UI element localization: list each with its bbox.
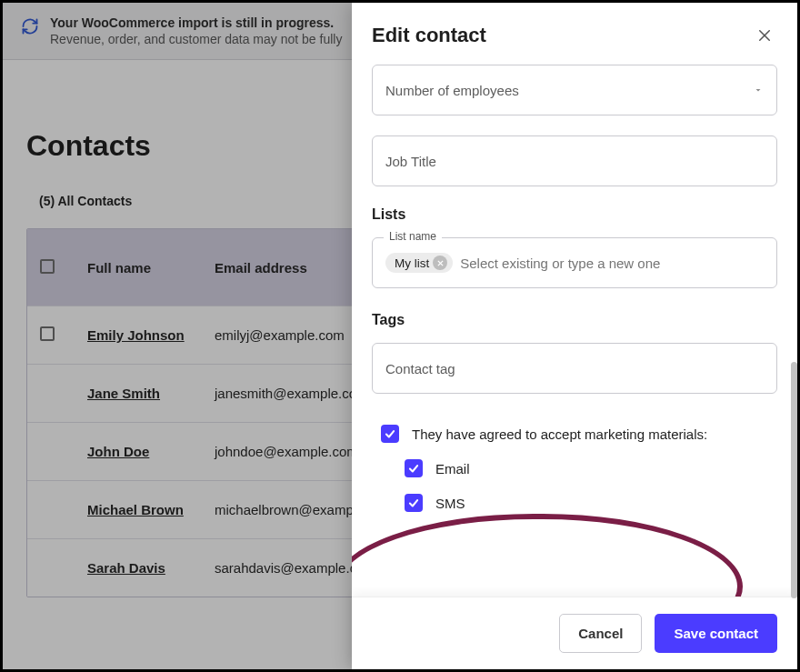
contact-tag-placeholder: Contact tag — [385, 361, 455, 376]
chip-remove-icon[interactable] — [433, 256, 447, 270]
consent-main-row[interactable]: They have agreed to accept marketing mat… — [381, 425, 768, 443]
tags-section-label: Tags — [372, 312, 777, 328]
drawer-title: Edit contact — [372, 24, 486, 47]
save-contact-button[interactable]: Save contact — [655, 614, 777, 653]
list-name-field[interactable]: List name My list — [372, 237, 777, 288]
cancel-button[interactable]: Cancel — [559, 614, 642, 653]
consent-sms-checkbox[interactable] — [405, 494, 423, 512]
list-chip[interactable]: My list — [385, 253, 453, 273]
chevron-down-icon — [753, 83, 764, 98]
list-chip-label: My list — [395, 256, 429, 270]
consent-email-label: Email — [435, 461, 470, 476]
lists-section-label: Lists — [372, 206, 777, 223]
employees-select-label: Number of employees — [385, 83, 519, 98]
job-title-input[interactable]: Job Title — [372, 135, 777, 186]
consent-email-checkbox[interactable] — [405, 459, 423, 477]
close-button[interactable] — [752, 23, 777, 48]
consent-sms-row[interactable]: SMS — [405, 494, 768, 512]
consent-main-label: They have agreed to accept marketing mat… — [412, 426, 707, 442]
marketing-consent-block: They have agreed to accept marketing mat… — [372, 414, 777, 534]
list-floating-label: List name — [384, 230, 442, 243]
consent-sms-label: SMS — [435, 496, 465, 511]
edit-contact-drawer: Edit contact Number of employees Job Tit… — [352, 3, 797, 669]
contact-tag-input[interactable]: Contact tag — [372, 343, 777, 394]
consent-main-checkbox[interactable] — [381, 425, 399, 443]
employees-select[interactable]: Number of employees — [372, 65, 777, 115]
list-name-input[interactable] — [460, 256, 764, 271]
consent-email-row[interactable]: Email — [405, 459, 768, 477]
job-title-placeholder: Job Title — [385, 154, 436, 169]
drawer-scrollbar[interactable] — [791, 362, 797, 598]
